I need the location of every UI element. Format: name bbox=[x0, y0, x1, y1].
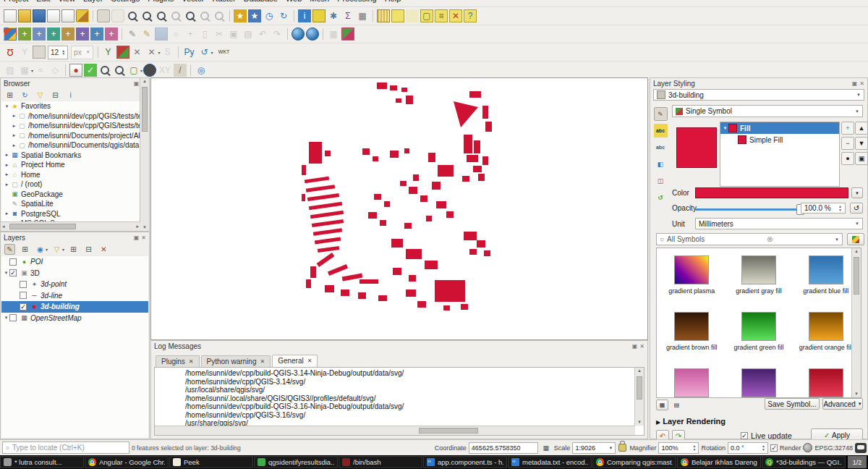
vertex-tool-current-layer[interactable]: ✕▾ bbox=[145, 46, 161, 59]
add-vector-layer-icon[interactable]: + bbox=[18, 28, 31, 41]
processing-history-icon[interactable]: ↺ bbox=[198, 46, 211, 59]
zoom-last-icon[interactable] bbox=[198, 9, 211, 22]
collapse-all-icon[interactable]: ⊟ bbox=[50, 90, 61, 101]
taskbar-item[interactable]: Comparing qgis:mast... bbox=[592, 456, 676, 468]
close-tab-icon[interactable]: ✕ bbox=[189, 358, 194, 365]
style-manager-button[interactable] bbox=[847, 233, 864, 245]
vertex-marker-icon[interactable] bbox=[341, 28, 354, 41]
workspace-pager[interactable]: 1/2 bbox=[848, 456, 867, 468]
label-select-region-icon[interactable]: ▢ bbox=[420, 9, 433, 22]
opacity-slider-track[interactable] bbox=[695, 208, 801, 211]
label-pin-icon[interactable]: ? bbox=[464, 9, 477, 22]
add-postgis-layer-icon[interactable]: + bbox=[76, 28, 89, 41]
log-tab-general[interactable]: General✕ bbox=[272, 355, 318, 367]
style-manager-icon[interactable] bbox=[76, 9, 89, 22]
crs-globe-icon[interactable] bbox=[803, 443, 812, 452]
layer-item-3d-building[interactable]: ✓■3d-building bbox=[1, 301, 148, 313]
manage-map-themes[interactable]: ◉▾ bbox=[34, 244, 48, 255]
symbol-gradient-brown-fill[interactable]: gradient brown fill bbox=[658, 312, 726, 358]
layer-visibility-checkbox[interactable] bbox=[20, 281, 27, 288]
add-group-icon[interactable]: ⊞ bbox=[20, 244, 30, 255]
taskbar-item[interactable]: metadata.txt - encod... bbox=[508, 456, 592, 468]
statistical-summary-icon[interactable]: Σ bbox=[341, 9, 354, 22]
refresh-browser-icon[interactable]: ↻ bbox=[20, 90, 30, 101]
zoom-to-selection-icon[interactable] bbox=[169, 9, 182, 22]
new-shapefile-layer-icon[interactable]: + bbox=[105, 28, 118, 41]
menu-layer[interactable]: Layer bbox=[83, 0, 103, 3]
renderer-select[interactable]: Single Symbol ▼ bbox=[672, 105, 863, 117]
customization-wrench-icon[interactable]: / bbox=[174, 64, 187, 77]
log-horizontal-scrollbar[interactable] bbox=[155, 426, 635, 435]
paste-features-icon[interactable]: ▤ bbox=[242, 28, 255, 41]
menu-help[interactable]: Help bbox=[385, 0, 401, 3]
browser-item[interactable]: ▸▢/home/isunni/dev/cpp/QGIS/tests/testda… bbox=[1, 121, 140, 131]
vertex-tool-all-layers-icon[interactable]: ✕ bbox=[131, 46, 144, 59]
clear-search-icon[interactable]: ⊗ bbox=[767, 235, 773, 243]
taskbar-item[interactable]: * lutra consult... bbox=[0, 456, 84, 468]
move-feature-icon[interactable]: + bbox=[184, 28, 197, 41]
duplicate-symbol-layer-button[interactable]: ▣ bbox=[855, 152, 868, 165]
layer-item-3d[interactable]: ▾✓▣3D bbox=[1, 268, 148, 279]
diagrams-tab-icon[interactable]: ◫ bbox=[654, 174, 668, 187]
labels-tab-icon[interactable]: abc bbox=[654, 124, 668, 138]
move-symbol-layer-up-button[interactable]: ▲ bbox=[855, 122, 868, 135]
layer-item-3d-line[interactable]: ─3d-line bbox=[1, 290, 148, 302]
add-selected-layers-icon[interactable]: ⊞ bbox=[4, 90, 15, 101]
crs-value[interactable]: EPSG:32748 bbox=[814, 444, 853, 452]
symbol-swatch[interactable] bbox=[658, 368, 726, 398]
menu-settings[interactable]: Settings bbox=[111, 0, 140, 3]
magnifier-spinbox[interactable]: 100%▲▼ bbox=[658, 442, 699, 454]
add-delimited-text-layer-icon[interactable]: + bbox=[61, 28, 75, 41]
pan-map-icon[interactable] bbox=[97, 9, 110, 22]
select-polygon-region-icon[interactable]: ▢ bbox=[127, 64, 140, 77]
view-3d-tab-icon[interactable]: ◧ bbox=[654, 157, 668, 171]
identify-features-icon[interactable]: i bbox=[298, 9, 311, 22]
map-tips-icon[interactable] bbox=[391, 9, 404, 22]
menu-raster[interactable]: Raster bbox=[212, 0, 235, 3]
new-geopackage-layer-icon[interactable]: + bbox=[90, 28, 103, 41]
snapping-topology-icon[interactable]: Y bbox=[18, 46, 31, 59]
open-attribute-table-icon[interactable]: ▦ bbox=[356, 9, 369, 22]
map-canvas[interactable] bbox=[150, 77, 648, 340]
vertex-tool-current-layer-icon[interactable]: ✕ bbox=[145, 46, 158, 59]
menu-web[interactable]: Web bbox=[286, 0, 302, 3]
symbol-swatch[interactable] bbox=[792, 368, 859, 398]
new-print-layout-icon[interactable] bbox=[47, 9, 60, 22]
browser-item[interactable]: ▸▦Spatial Bookmarks bbox=[1, 151, 140, 161]
symbol-tree-root-row[interactable]: ▾ Fill bbox=[720, 122, 839, 134]
browser-item[interactable]: ▸▢/home/isunni/dev/cpp/QGIS/tests/testda… bbox=[1, 111, 140, 122]
add-feature-icon[interactable]: ✎ bbox=[140, 28, 153, 41]
close-tab-icon[interactable]: ✕ bbox=[260, 358, 265, 365]
icon-view-button[interactable]: ▦ bbox=[656, 400, 668, 410]
zoom-full-extent-icon[interactable] bbox=[155, 9, 168, 22]
new-spatial-bookmark-icon[interactable]: ★ bbox=[234, 9, 247, 22]
browser-item[interactable]: ▸⌂Project Home bbox=[1, 160, 140, 170]
add-mesh-layer-icon[interactable]: + bbox=[47, 28, 60, 41]
select-polygon-region-dropdown-arrow[interactable]: ▾ bbox=[140, 68, 142, 73]
add-symbol-layer-button[interactable]: + bbox=[841, 122, 854, 135]
unit-select[interactable]: Millimeters ▼ bbox=[695, 218, 863, 229]
browser-horizontal-scrollbar[interactable]: ◂▸ bbox=[1, 221, 140, 231]
layer-visibility-checkbox[interactable] bbox=[20, 292, 27, 299]
layer-item-3d-point[interactable]: ✦3d-point bbox=[1, 279, 148, 290]
log-tab-python-warning[interactable]: Python warning✕ bbox=[201, 355, 271, 367]
undo-icon[interactable]: ↶ bbox=[256, 28, 269, 41]
select-features-icon[interactable] bbox=[312, 9, 326, 22]
manage-map-themes-dropdown-arrow[interactable]: ▾ bbox=[46, 247, 48, 252]
taskbar-item[interactable]: app.component.ts - h... bbox=[423, 456, 507, 468]
render-checkbox[interactable]: ✓ bbox=[770, 444, 778, 452]
menu-mesh[interactable]: Mesh bbox=[310, 0, 329, 3]
taskbar-item[interactable]: /bin/bash bbox=[339, 456, 422, 468]
scale-select[interactable]: 1:9026▼ bbox=[572, 442, 616, 454]
masks-tab-icon[interactable]: abc bbox=[654, 140, 668, 154]
redo-icon[interactable]: ↷ bbox=[271, 28, 284, 41]
coordinate-input[interactable]: 465625.5758350 bbox=[469, 442, 538, 454]
locate-input[interactable]: ○ Type to locate (Ctrl+K) bbox=[2, 441, 129, 454]
copy-features-icon[interactable]: ▣ bbox=[227, 28, 240, 41]
undock-icon[interactable]: ▣ bbox=[632, 343, 638, 350]
stream-digitizing-icon[interactable]: S bbox=[161, 46, 174, 59]
select-polygon-region[interactable]: ▢▾ bbox=[127, 64, 142, 77]
delete-selected-icon[interactable]: ▯ bbox=[198, 28, 211, 41]
lock-icon[interactable] bbox=[618, 444, 626, 452]
processing-history[interactable]: ↺▾ bbox=[197, 46, 213, 59]
